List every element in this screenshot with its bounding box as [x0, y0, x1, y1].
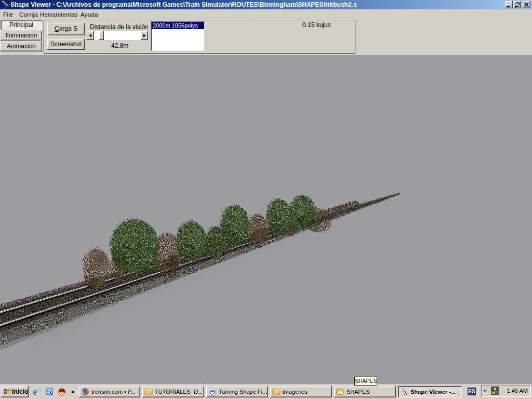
svg-text:e: e	[33, 387, 37, 396]
